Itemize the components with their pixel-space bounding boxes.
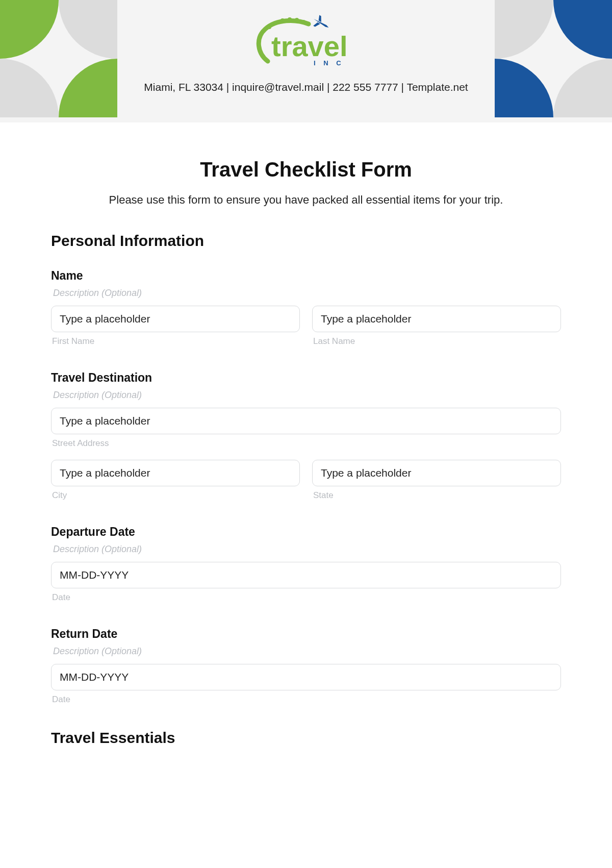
svg-point-5 [301,20,305,24]
last-name-sublabel: Last Name [312,336,561,346]
svg-point-0 [267,25,271,29]
svg-point-3 [288,17,292,21]
return-desc: Description (Optional) [51,646,561,657]
first-name-sublabel: First Name [51,336,300,346]
brand-logo: travel I N C [240,13,372,76]
depart-input[interactable] [51,562,561,588]
header-deco-right [495,0,612,117]
city-input[interactable] [51,460,300,486]
svg-point-4 [295,18,299,22]
return-label: Return Date [51,627,561,641]
street-input[interactable] [51,408,561,434]
depart-label: Departure Date [51,525,561,539]
header-banner: travel I N C Miami, FL 33034 | inquire@t… [0,0,612,122]
name-label: Name [51,269,561,283]
return-sublabel: Date [51,695,561,705]
destination-label: Travel Destination [51,371,561,385]
depart-group: Departure Date Description (Optional) Da… [51,525,561,603]
svg-point-2 [280,18,285,22]
destination-group: Travel Destination Description (Optional… [51,371,561,501]
section-essentials-heading: Travel Essentials [51,729,561,747]
brand-text: travel [271,30,347,62]
intro-text: Please use this form to ensure you have … [51,193,561,207]
state-sublabel: State [312,490,561,501]
brand-sub-text: I N C [314,59,344,67]
return-group: Return Date Description (Optional) Date [51,627,561,705]
return-input[interactable] [51,664,561,690]
svg-point-1 [273,21,277,25]
last-name-input[interactable] [312,306,561,332]
depart-desc: Description (Optional) [51,544,561,555]
page-title: Travel Checklist Form [51,158,561,181]
first-name-input[interactable] [51,306,300,332]
name-desc: Description (Optional) [51,288,561,299]
city-sublabel: City [51,490,300,501]
name-group: Name Description (Optional) First Name L… [51,269,561,346]
destination-desc: Description (Optional) [51,390,561,401]
header-deco-left [0,0,117,117]
street-sublabel: Street Address [51,438,561,449]
state-input[interactable] [312,460,561,486]
section-personal-heading: Personal Information [51,232,561,250]
depart-sublabel: Date [51,592,561,603]
